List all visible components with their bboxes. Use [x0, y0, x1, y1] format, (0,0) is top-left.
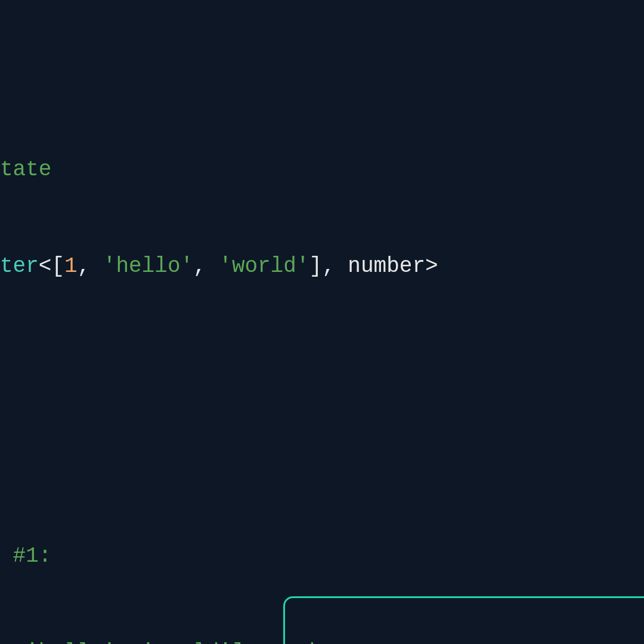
token-punct: , [78, 254, 103, 278]
highlight-box [283, 596, 644, 644]
code-line-1: tate [0, 154, 515, 186]
token-string: 'world' [219, 254, 309, 278]
token-punct: > [425, 254, 438, 278]
code-line-blank [0, 444, 515, 476]
token-punct: , [193, 254, 219, 278]
code-editor-content: tate ter<[1, 'hello', 'world'], number> … [0, 89, 515, 644]
token-punct: ], [309, 254, 348, 278]
token-type: ter [0, 254, 39, 278]
token-punct: <[ [39, 254, 64, 278]
code-line-3: #1: [0, 540, 515, 572]
code-line-2: ter<[1, 'hello', 'world'], number> [0, 250, 515, 283]
token-number: 1 [64, 254, 78, 278]
token-string: 'hello' [103, 254, 193, 278]
code-line-blank [0, 347, 515, 379]
token-comment: #1: [0, 544, 51, 568]
token-comment: tate [0, 157, 51, 182]
token-keyword: number [348, 254, 425, 278]
